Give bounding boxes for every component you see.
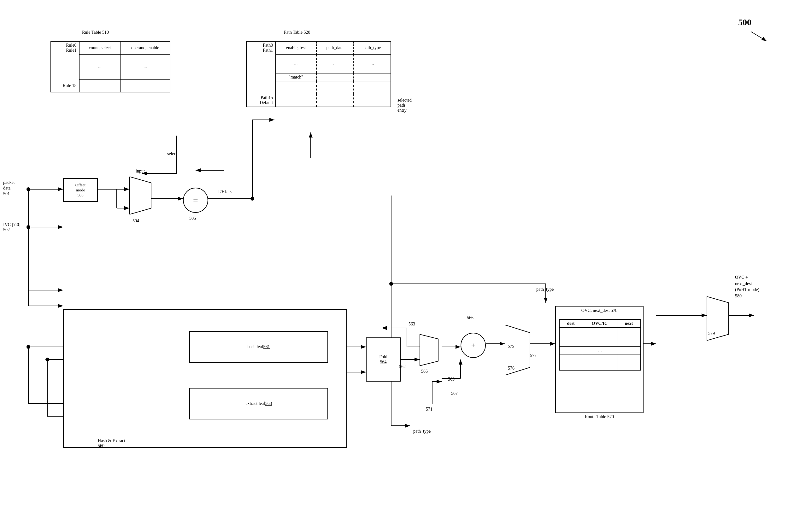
table-row: Path15Default [246, 94, 391, 107]
offset-mode-number: 503 [77, 193, 83, 197]
rule-col1-0: count, select [79, 41, 120, 54]
path-table-container: Path0Path1 enable, test path_data path_t… [246, 41, 391, 107]
comparator-number: 505 [189, 216, 196, 221]
diagram: 500 Rule Table 510 Rule0Rule1 count, sel… [0, 0, 794, 532]
adder-566: + [460, 333, 486, 358]
path-col3-0: path_type [363, 45, 381, 50]
table-row: ... ... ... [246, 54, 391, 73]
path-col3-1: ... [370, 61, 374, 66]
fold-label: Fold [379, 355, 387, 360]
extract-leaf-label: extract leaf [245, 401, 265, 406]
rule-col2-1: ... [120, 54, 170, 79]
route-cell-dots: ... [559, 346, 641, 355]
mux-565: 565 [419, 334, 438, 367]
offset-mode-box: Offset mode 503 [63, 178, 98, 202]
route-col-next: next [617, 320, 641, 328]
selected-path-entry: selected path entry [397, 98, 412, 113]
mux-number-565: 565 [421, 369, 428, 374]
table-row [246, 81, 391, 94]
path-type-label-1: path_type [413, 429, 431, 434]
table-row: ... ... [51, 54, 170, 79]
offset-mode-label: Offset [75, 183, 86, 188]
extract-leaf-number: 568 [265, 401, 272, 406]
route-col-dest: dest [559, 320, 582, 328]
input-label: input [136, 169, 145, 174]
route-cell [617, 328, 641, 346]
mux-number-504: 504 [132, 218, 139, 224]
ovc-next-dest-label: OVC, next_dest 578 [556, 308, 643, 313]
packet-data-label: packetdata501 [3, 180, 15, 197]
table-row: Rule0Rule1 count, select operand, enable [51, 41, 170, 54]
hash-extract-box [63, 309, 347, 448]
wire-562: 562 [399, 364, 406, 369]
fold-box: Fold 564 [366, 338, 401, 382]
svg-marker-60 [419, 334, 438, 366]
rule-label-15: Rule 15 [63, 83, 77, 88]
path-table-title: Path Table 520 [284, 30, 310, 35]
svg-point-54 [250, 197, 254, 201]
wire-577: 577 [530, 353, 536, 358]
table-row: ... [559, 346, 641, 355]
mux-579: 579 [706, 297, 729, 342]
path-match-label: "match" [289, 75, 303, 79]
comparator-symbol: = [193, 195, 198, 205]
mux-number-575: 575 [508, 344, 514, 349]
comparator-505: = [183, 188, 208, 213]
wire-563: 563 [409, 322, 415, 327]
rule-col1-1: ... [79, 54, 120, 79]
path-table: Path0Path1 enable, test path_data path_t… [246, 41, 391, 107]
route-cell [559, 355, 582, 370]
rule-table-title: Rule Table 510 [82, 30, 109, 35]
route-cell [582, 355, 617, 370]
table-row: "match" [246, 73, 391, 81]
path-col2-0: path_data [326, 45, 343, 50]
hash-leaf-number: 561 [263, 344, 270, 349]
fold-number: 564 [380, 360, 387, 364]
path-type-label-2: path_type [536, 287, 554, 292]
rule-col2-0: operand, enable [120, 41, 170, 54]
svg-point-55 [389, 282, 393, 286]
ivc-label: IVC [7:0]502 [3, 222, 20, 232]
wire-571: 571 [426, 407, 433, 412]
path-col1-0: enable, test [286, 45, 306, 50]
table-row [559, 328, 641, 346]
route-cell [559, 328, 582, 346]
rule-col2-2 [120, 79, 170, 92]
ovc-output-number: 580 [735, 293, 742, 298]
wire-569: 569 [448, 377, 455, 382]
select-label: select [167, 151, 177, 156]
mux-number-579: 579 [708, 331, 715, 336]
wire-576: 576 [508, 366, 514, 371]
mux-504: 504 [129, 176, 151, 216]
hash-leaf-label: hash leaf [247, 344, 263, 349]
path-col1-1: ... [294, 61, 298, 66]
svg-point-52 [26, 187, 30, 191]
hash-leaf-box: hash leaf 561 [189, 331, 328, 363]
table-row: Rule 15 [51, 79, 170, 92]
packet-data-number: 501 [3, 191, 10, 196]
hash-extract-label: Hash & Extract560 [98, 438, 125, 449]
svg-point-57 [45, 358, 49, 361]
route-table-container: OVC, next_dest 578 dest OVC/IC next [555, 306, 644, 419]
path-label-0: Path0Path1 [263, 43, 273, 53]
path-label-15: Path15Default [260, 95, 273, 105]
ovc-output-label: OVC +next_dest(PoHT mode)580 [735, 274, 759, 299]
path-col2-1: ... [333, 61, 337, 66]
svg-point-56 [26, 345, 30, 349]
route-table-label: Route Table 570 [555, 414, 644, 419]
table-row: Path0Path1 enable, test path_data path_t… [246, 41, 391, 54]
table-row [559, 355, 641, 370]
adder-number-566: 566 [467, 315, 473, 320]
extract-leaf-box: extract leaf 568 [189, 388, 328, 419]
figure-number: 500 [738, 17, 751, 27]
rule-col1-2 [79, 79, 120, 92]
route-cell [617, 355, 641, 370]
svg-line-58 [751, 32, 767, 41]
rule-label-0: Rule0Rule1 [66, 43, 76, 53]
route-table: dest OVC/IC next ... [559, 319, 641, 370]
rule-table-container: Rule0Rule1 count, select operand, enable… [51, 41, 170, 92]
offset-mode-label2: mode [75, 188, 86, 193]
svg-point-53 [26, 225, 30, 229]
route-col-ovc: OVC/IC [582, 320, 617, 328]
route-cell [582, 328, 617, 346]
